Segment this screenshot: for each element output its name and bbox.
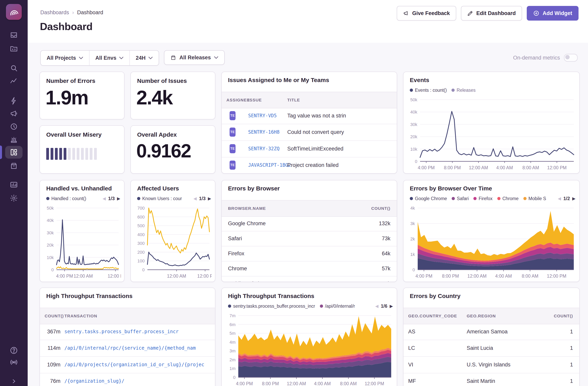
events-chart[interactable]: 010k20k30k40k50k4:00 PM8:00 PM12:00 AM4:… <box>407 96 576 172</box>
country-code: VI <box>408 356 413 373</box>
sidebar-collapse-button[interactable] <box>0 375 28 386</box>
transaction-link[interactable]: /{organization_slug}/ <box>64 373 124 386</box>
legend-label: Known Users : cour <box>142 196 182 201</box>
add-widget-button[interactable]: Add Widget <box>527 6 579 21</box>
column-country-code[interactable]: GEO.COUNTRY_CODE <box>408 308 457 324</box>
legend-item[interactable]: Releases <box>451 88 476 93</box>
sidebar-item-performance[interactable] <box>0 75 28 87</box>
legend-item[interactable]: sentry.tasks.process_buffer.process_incr <box>228 304 315 309</box>
table-row: Google Chrome 132k <box>222 216 397 231</box>
sidebar-item-stats[interactable] <box>0 179 28 191</box>
legend-label: Firefox <box>479 196 492 201</box>
assignee-avatar[interactable]: TE <box>230 111 235 120</box>
legend-item[interactable]: Firefox <box>473 196 492 201</box>
give-feedback-button[interactable]: Give Feedback <box>397 6 456 21</box>
legend-dot <box>320 305 323 308</box>
legend-item[interactable]: Safari <box>452 196 469 201</box>
sidebar-item-dashboards[interactable] <box>0 146 28 158</box>
issue-title: Project creation failed <box>287 157 339 173</box>
widget-title: Overall Apdex <box>137 131 177 138</box>
issue-link[interactable]: SENTRY-16H8 <box>248 124 280 140</box>
legend-item[interactable]: Handled : count() <box>46 196 86 201</box>
misery-bar <box>81 148 84 160</box>
column-region[interactable]: GEO.REGION <box>467 308 496 324</box>
pager-label: 1/3 <box>199 196 206 201</box>
column-issue[interactable]: ISSUE <box>248 92 262 108</box>
table-row: TE SENTRY-32ZQ SoftTimeLimitExceeded <box>222 140 397 158</box>
sidebar-item-alerts[interactable] <box>0 134 28 146</box>
legend-item[interactable]: Known Users : cour <box>137 196 182 201</box>
table-row: Firefox 64k <box>222 246 397 261</box>
pager-next-icon[interactable]: ▶ <box>572 196 575 201</box>
legend-item[interactable]: Google Chrome <box>410 196 447 201</box>
affected-users-chart[interactable]: 010020030040050060070012:00 AM12:00 P <box>134 205 212 280</box>
column-count[interactable]: COUNT() <box>371 201 390 216</box>
sentry-logo[interactable] <box>6 4 22 20</box>
archive-box-icon <box>170 55 176 61</box>
ondemand-metrics-toggle[interactable] <box>564 54 578 62</box>
releases-filter[interactable]: All Releases <box>164 50 225 65</box>
svg-text:4:00 AM: 4:00 AM <box>314 381 331 386</box>
svg-text:20k: 20k <box>410 134 418 139</box>
breadcrumb-current: Dashboard <box>77 9 103 16</box>
issue-link[interactable]: JAVASCRIPT-1BG2 <box>248 157 291 173</box>
environment-filter[interactable]: All Envs <box>89 51 130 65</box>
pager-prev-icon[interactable]: ◀ <box>375 304 378 309</box>
column-title[interactable]: TITLE <box>287 92 300 108</box>
sidebar-item-replays[interactable] <box>0 121 28 133</box>
country-code: LC <box>408 340 415 356</box>
issues-icon <box>10 31 18 39</box>
sidebar-item-help[interactable] <box>0 344 28 356</box>
legend-item[interactable]: Mobile S <box>523 196 546 201</box>
edit-dashboard-button[interactable]: Edit Dashboard <box>461 6 522 21</box>
sidebar-item-search[interactable] <box>0 62 28 74</box>
sidebar-item-issues[interactable] <box>0 29 28 41</box>
sidebar-item-settings[interactable] <box>0 192 28 204</box>
column-browser-name[interactable]: BROWSER.NAME <box>228 201 266 216</box>
sidebar-item-profiling[interactable] <box>0 95 28 107</box>
time-range-filter[interactable]: 24H <box>129 51 159 65</box>
column-count[interactable]: COUNT() <box>45 308 64 324</box>
breadcrumb-dashboards[interactable]: Dashboards <box>40 9 69 16</box>
assignee-avatar[interactable]: TE <box>230 144 235 153</box>
pencil-icon <box>467 10 473 16</box>
legend-item[interactable]: Chrome <box>497 196 519 201</box>
issue-link[interactable]: SENTRY-32ZQ <box>248 140 280 157</box>
legend-dot <box>523 197 526 200</box>
pager-next-icon[interactable]: ▶ <box>208 196 211 201</box>
svg-text:10k: 10k <box>410 147 418 152</box>
transaction-link[interactable]: sentry.tasks.process_buffer.process_incr <box>64 323 179 340</box>
sidebar-item-releases[interactable] <box>0 160 28 172</box>
pager-prev-icon[interactable]: ◀ <box>558 196 561 201</box>
issue-link[interactable]: SENTRY-VD5 <box>248 108 277 124</box>
legend-item[interactable]: Events : count() <box>410 88 447 93</box>
sidebar-item-feedback[interactable] <box>0 108 28 119</box>
transaction-link[interactable]: /api/0/internal/rpc/{service_name}/{meth… <box>64 340 196 356</box>
sidebar-item-projects[interactable] <box>0 43 28 55</box>
sentry-logo-icon <box>7 5 20 18</box>
browser-count: 73k <box>382 231 390 246</box>
lightning-icon <box>10 97 18 105</box>
browser-over-time-chart[interactable]: 01k2k3k4k4:00 PM8:00 PM12:00 AM4:00 AM8:… <box>407 205 576 280</box>
legend-label: Safari <box>457 196 469 201</box>
sidebar-item-broadcast[interactable] <box>0 356 28 368</box>
column-transaction[interactable]: TRANSACTION <box>64 308 97 324</box>
svg-text:12:00 PM: 12:00 PM <box>547 165 567 170</box>
assignee-avatar[interactable]: TE <box>230 128 235 137</box>
pager-next-icon[interactable]: ▶ <box>390 304 393 309</box>
pager-prev-icon[interactable]: ◀ <box>194 196 197 201</box>
table-row: 76m /{organization_slug}/ <box>40 373 215 386</box>
assignee-avatar[interactable]: TE <box>230 160 235 170</box>
pager-next-icon[interactable]: ▶ <box>117 196 120 201</box>
legend-item[interactable]: /api/0/internal/r <box>320 304 355 309</box>
page-title: Dashboard <box>40 21 92 32</box>
handled-chart[interactable]: 010k20k30k40k50k4:00 PM12:00 AM12:00 P <box>43 205 121 280</box>
high-throughput-chart[interactable]: 01m2m3m4m5m6m7m4:00 PM8:00 PM12:00 AM4:0… <box>225 313 394 386</box>
pager-prev-icon[interactable]: ◀ <box>103 196 106 201</box>
project-filter[interactable]: All Projects <box>41 51 89 65</box>
column-assignee[interactable]: ASSIGNEE <box>226 92 250 108</box>
transaction-link[interactable]: /api/0/projects/{organization_id_or_slug… <box>64 356 204 373</box>
column-count[interactable]: COUNT() <box>554 308 573 324</box>
widget-title: Issues Assigned to Me or My Teams <box>228 77 329 83</box>
country-region: Saint Martin <box>467 373 495 386</box>
